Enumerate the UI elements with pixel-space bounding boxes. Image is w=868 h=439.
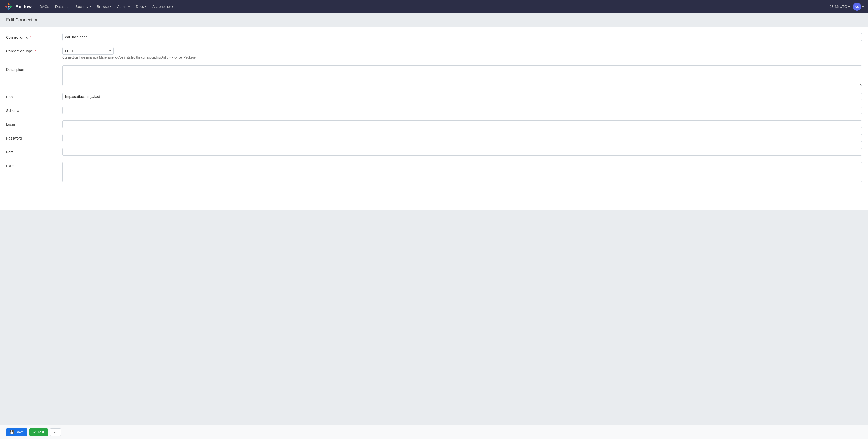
host-wrap: [62, 93, 862, 100]
password-wrap: [62, 134, 862, 142]
password-label: Password: [6, 134, 62, 140]
user-menu-button[interactable]: AU ▾: [853, 3, 864, 11]
nav-item-datasets[interactable]: Datasets: [53, 3, 72, 10]
nav-link-astronomer[interactable]: Astronomer ▾: [150, 3, 176, 10]
description-group: Description: [6, 65, 862, 88]
chevron-down-icon: ▾: [110, 5, 111, 8]
extra-label: Extra: [6, 162, 62, 168]
svg-marker-7: [5, 5, 7, 7]
svg-marker-0: [9, 3, 10, 5]
login-group: Login: [6, 120, 862, 129]
nav-item-astronomer[interactable]: Astronomer ▾: [150, 3, 176, 10]
svg-marker-2: [10, 5, 12, 7]
host-input[interactable]: [62, 93, 862, 100]
main-content: Connection Id * Connection Type * HTTP M…: [0, 27, 868, 209]
connection-type-select[interactable]: HTTP MySQL Postgres S3: [62, 47, 114, 55]
connection-id-label: Connection Id *: [6, 33, 62, 39]
svg-marker-4: [9, 8, 10, 10]
host-label: Host: [6, 93, 62, 99]
description-input[interactable]: [62, 65, 862, 86]
extra-input[interactable]: [62, 162, 862, 182]
schema-wrap: [62, 107, 862, 114]
port-wrap: [62, 148, 862, 156]
extra-group: Extra: [6, 162, 862, 184]
navbar: Airflow DAGs Datasets Security ▾ Browse …: [0, 0, 868, 13]
login-input[interactable]: [62, 120, 862, 128]
connection-type-select-wrap: HTTP MySQL Postgres S3: [62, 47, 114, 55]
password-input[interactable]: [62, 134, 862, 142]
connection-type-group: Connection Type * HTTP MySQL Postgres S3…: [6, 47, 862, 60]
port-label: Port: [6, 148, 62, 154]
nav-link-admin[interactable]: Admin ▾: [115, 3, 132, 10]
port-group: Port: [6, 148, 862, 157]
nav-item-admin[interactable]: Admin ▾: [115, 3, 132, 10]
nav-link-browse[interactable]: Browse ▾: [94, 3, 114, 10]
connection-id-input[interactable]: [62, 33, 862, 41]
required-indicator: *: [34, 49, 36, 53]
login-wrap: [62, 120, 862, 128]
chevron-down-icon: ▾: [848, 5, 850, 9]
svg-marker-5: [7, 8, 9, 10]
required-indicator: *: [30, 35, 31, 39]
description-label: Description: [6, 65, 62, 72]
nav-item-browse[interactable]: Browse ▾: [94, 3, 114, 10]
connection-type-hint: Connection Type missing? Make sure you'v…: [62, 56, 862, 59]
description-wrap: [62, 65, 862, 87]
schema-label: Schema: [6, 107, 62, 113]
nav-link-datasets[interactable]: Datasets: [53, 3, 72, 10]
schema-group: Schema: [6, 107, 862, 115]
main-nav: DAGs Datasets Security ▾ Browse ▾ Admin …: [37, 3, 830, 10]
nav-item-security[interactable]: Security ▾: [73, 3, 93, 10]
nav-item-dags[interactable]: DAGs: [37, 3, 52, 10]
connection-id-group: Connection Id *: [6, 33, 862, 42]
svg-marker-3: [10, 7, 12, 8]
nav-link-dags[interactable]: DAGs: [37, 3, 52, 10]
timezone-label: 23:36 UTC: [830, 5, 847, 9]
chevron-down-icon: ▾: [145, 5, 146, 8]
nav-link-docs[interactable]: Docs ▾: [133, 3, 149, 10]
page-header: Edit Connection: [0, 13, 868, 27]
password-group: Password: [6, 134, 862, 143]
connection-type-label: Connection Type *: [6, 47, 62, 53]
svg-marker-1: [7, 3, 9, 5]
svg-point-8: [8, 6, 9, 7]
chevron-down-icon: ▾: [90, 5, 91, 8]
schema-input[interactable]: [62, 107, 862, 114]
nav-link-security[interactable]: Security ▾: [73, 3, 93, 10]
navbar-right: 23:36 UTC ▾ AU ▾: [830, 3, 864, 11]
connection-id-wrap: [62, 33, 862, 41]
chevron-down-icon: ▾: [862, 5, 864, 9]
chevron-down-icon: ▾: [128, 5, 130, 8]
brand-link[interactable]: Airflow: [4, 2, 32, 11]
brand-name: Airflow: [16, 4, 32, 9]
edit-connection-form: Connection Id * Connection Type * HTTP M…: [6, 33, 862, 184]
host-group: Host: [6, 93, 862, 101]
page-title: Edit Connection: [6, 18, 862, 23]
extra-wrap: [62, 162, 862, 183]
airflow-logo: [4, 2, 13, 11]
port-input[interactable]: [62, 148, 862, 156]
connection-type-wrap: HTTP MySQL Postgres S3 Connection Type m…: [62, 47, 862, 59]
timezone-button[interactable]: 23:36 UTC ▾: [830, 5, 850, 9]
svg-marker-6: [5, 7, 7, 8]
login-label: Login: [6, 120, 62, 127]
nav-item-docs[interactable]: Docs ▾: [133, 3, 149, 10]
chevron-down-icon: ▾: [172, 5, 173, 8]
user-avatar: AU: [853, 3, 861, 11]
